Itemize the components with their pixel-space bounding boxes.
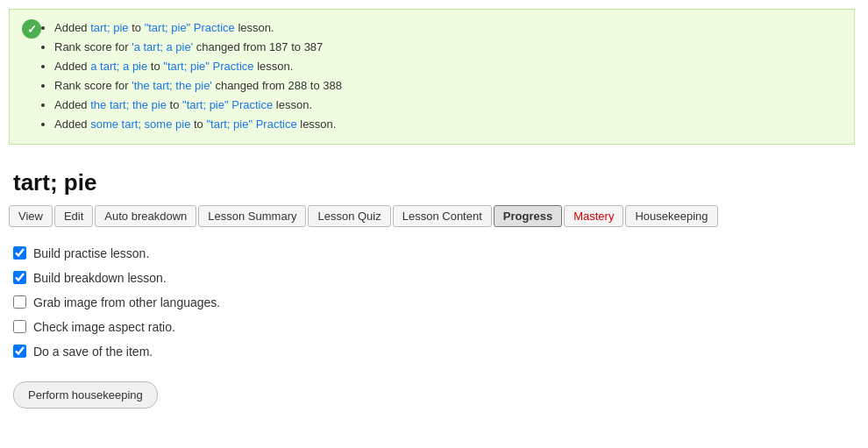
tab-mastery[interactable]: Mastery bbox=[564, 205, 623, 227]
checklist: Build practise lesson. Build breakdown l… bbox=[13, 241, 855, 364]
checklist-label-check-aspect: Check image aspect ratio. bbox=[33, 320, 175, 334]
checklist-item-do-save: Do a save of the item. bbox=[13, 339, 855, 364]
checklist-label-grab-image: Grab image from other languages. bbox=[33, 295, 220, 309]
tab-lesson-quiz[interactable]: Lesson Quiz bbox=[308, 205, 390, 227]
tab-progress[interactable]: Progress bbox=[494, 205, 562, 227]
checkbox-build-breakdown[interactable] bbox=[13, 271, 26, 284]
perform-housekeeping-button[interactable]: Perform housekeeping bbox=[13, 381, 158, 409]
banner-item-1: Added tart; pie to "tart; pie" Practice … bbox=[54, 18, 342, 38]
tab-edit[interactable]: Edit bbox=[54, 205, 93, 227]
checkbox-check-aspect[interactable] bbox=[13, 320, 26, 333]
banner-item-2: Rank score for 'a tart; a pie' changed f… bbox=[54, 38, 342, 57]
banner-item-4: Rank score for 'the tart; the pie' chang… bbox=[54, 76, 342, 96]
success-banner: Added tart; pie to "tart; pie" Practice … bbox=[9, 9, 855, 145]
checklist-item-build-breakdown: Build breakdown lesson. bbox=[13, 266, 855, 290]
tabs-bar: View Edit Auto breakdown Lesson Summary … bbox=[0, 205, 868, 227]
content-area: Build practise lesson. Build breakdown l… bbox=[0, 241, 868, 422]
checkbox-do-save[interactable] bbox=[13, 345, 26, 358]
checklist-label-build-breakdown: Build breakdown lesson. bbox=[33, 271, 167, 285]
tab-auto-breakdown[interactable]: Auto breakdown bbox=[95, 205, 196, 227]
checklist-label-do-save: Do a save of the item. bbox=[33, 345, 153, 359]
tab-housekeeping[interactable]: Housekeeping bbox=[625, 205, 717, 227]
banner-item-6: Added some tart; some pie to "tart; pie"… bbox=[54, 115, 342, 134]
page-title: tart; pie bbox=[0, 153, 868, 205]
checklist-item-check-aspect: Check image aspect ratio. bbox=[13, 315, 855, 339]
success-list: Added tart; pie to "tart; pie" Practice … bbox=[50, 18, 342, 135]
banner-item-5: Added the tart; the pie to "tart; pie" P… bbox=[54, 96, 342, 115]
checklist-label-build-practise: Build practise lesson. bbox=[33, 246, 149, 260]
success-icon bbox=[22, 19, 41, 39]
tab-lesson-content[interactable]: Lesson Content bbox=[393, 205, 492, 227]
checklist-item-grab-image: Grab image from other languages. bbox=[13, 290, 855, 315]
checkbox-build-practise[interactable] bbox=[13, 246, 26, 260]
tab-lesson-summary[interactable]: Lesson Summary bbox=[198, 205, 306, 227]
checklist-item-build-practise: Build practise lesson. bbox=[13, 241, 855, 266]
checkbox-grab-image[interactable] bbox=[13, 295, 26, 309]
tab-view[interactable]: View bbox=[9, 205, 53, 227]
banner-item-3: Added a tart; a pie to "tart; pie" Pract… bbox=[54, 57, 342, 76]
